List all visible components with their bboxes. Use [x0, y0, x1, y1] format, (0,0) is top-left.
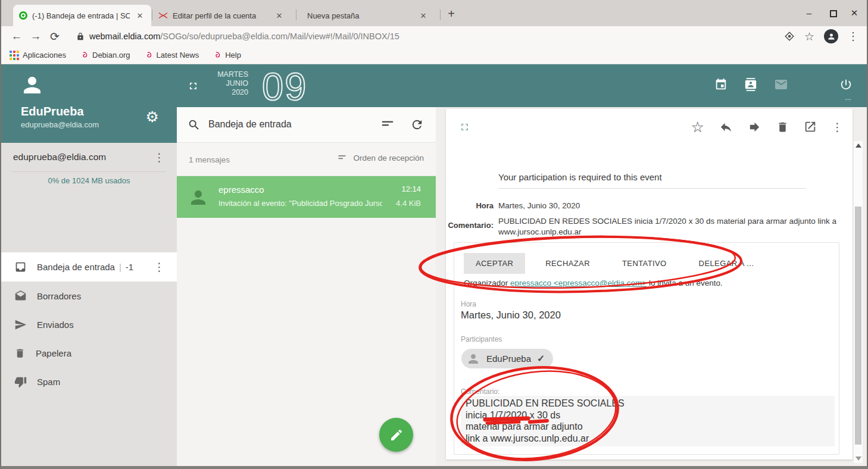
message-time: 12:14	[401, 185, 421, 193]
drafts-icon	[14, 290, 27, 302]
close-window-button[interactable]: ✕	[848, 7, 861, 20]
message-more-icon[interactable]: ⋮	[832, 120, 843, 134]
url-host: webmail.eldia.com	[89, 32, 160, 41]
tab-new[interactable]: Nueva pestaña ✕	[296, 5, 435, 26]
lock-icon	[76, 32, 85, 41]
trash-icon	[14, 347, 26, 359]
open-in-new-icon[interactable]	[804, 120, 817, 133]
scroll-down-arrow[interactable]	[855, 457, 861, 461]
message-card: ☆ ⋮ Your participation is required to th…	[446, 109, 853, 459]
date-block: MARTES JUNIO 2020	[201, 70, 248, 97]
delete-icon[interactable]	[776, 120, 789, 134]
refresh-icon[interactable]	[410, 118, 424, 132]
scrollbar-thumb[interactable]	[855, 207, 861, 445]
divider	[498, 188, 806, 189]
tab-edit-profile[interactable]: Editar perfil de la cuenta ✕	[152, 5, 291, 26]
toolbar-right: ☆ ⋮	[776, 29, 867, 43]
tab-close-icon[interactable]: ✕	[135, 11, 145, 20]
participant-chip[interactable]: EduPrueba ✓	[461, 349, 553, 368]
contacts-icon[interactable]	[744, 78, 757, 91]
comentario-line1: PUBLICIDAD EN REDES SOCIALES inicia 1/7/…	[498, 216, 836, 227]
profile-avatar-icon[interactable]	[824, 29, 838, 43]
search-scope-label: Bandeja de entrada	[208, 119, 292, 130]
reload-button[interactable]: ⟳	[45, 30, 64, 43]
expand-message-icon[interactable]	[459, 121, 470, 133]
bookmark-latest-news[interactable]: Latest News	[145, 51, 199, 60]
user-name: EduPrueba	[21, 105, 84, 118]
bookmark-label: Aplicaciones	[23, 51, 66, 60]
calendar-icon[interactable]	[714, 78, 728, 91]
tab-title: Editar perfil de la cuenta	[173, 11, 269, 20]
account-row[interactable]: eduprueba@eldia.com ⋮	[1, 143, 177, 171]
red-envelope-icon	[158, 11, 168, 20]
back-button[interactable]: ←	[7, 30, 26, 43]
sort-order-control[interactable]: Orden de recepción	[338, 154, 424, 162]
tab-close-icon[interactable]: ✕	[274, 11, 285, 20]
accept-button[interactable]: ACEPTAR	[464, 253, 525, 274]
search-row[interactable]: Bandeja de entrada	[177, 107, 436, 143]
logout-power-icon[interactable]	[839, 78, 853, 91]
debian-swirl-icon	[213, 51, 221, 60]
participant-name: EduPrueba	[486, 354, 531, 364]
logout-dots: …	[845, 94, 853, 101]
expand-list-icon[interactable]	[188, 80, 199, 92]
settings-gear-icon[interactable]: ⚙	[146, 108, 159, 126]
participation-banner: Your participation is required to this e…	[498, 172, 662, 182]
organizer-link[interactable]: epressacco <epressacco@eldia.com>	[510, 279, 647, 287]
sidebar-item-spam[interactable]: Spam	[1, 367, 177, 396]
message-row[interactable]: epressacco 12:14 Invitación al evento: "…	[177, 176, 436, 218]
extension-eye-icon[interactable]	[784, 31, 795, 42]
reply-icon[interactable]	[719, 120, 733, 134]
user-email: eduprueba@eldia.com	[21, 120, 99, 129]
account-menu-icon[interactable]: ⋮	[154, 151, 165, 164]
folder-menu-icon[interactable]: ⋮	[154, 260, 165, 274]
bookmark-help[interactable]: Help	[213, 51, 241, 60]
sidebar-header: EduPrueba eduprueba@eldia.com ⚙	[1, 64, 177, 143]
folder-label: Enviados	[37, 320, 74, 330]
sidebar-item-trash[interactable]: Papelera	[1, 339, 177, 367]
sidebar-item-inbox[interactable]: Bandeja de entrada | -1 ⋮	[1, 252, 177, 282]
compose-fab-button[interactable]	[379, 418, 413, 452]
bookmark-debian[interactable]: Debian.org	[80, 51, 130, 60]
tab-separator	[440, 10, 441, 20]
search-icon[interactable]	[188, 118, 201, 132]
bookmark-star-icon[interactable]: ☆	[804, 30, 814, 43]
tentative-button[interactable]: TENTATIVO	[610, 253, 679, 274]
new-tab-button[interactable]: +	[444, 7, 458, 21]
debian-swirl-icon	[145, 51, 153, 60]
bookmark-apps[interactable]: Aplicaciones	[10, 51, 66, 60]
folder-label: Bandeja de entrada	[37, 262, 115, 272]
invite-hora-label: Hora	[461, 300, 476, 308]
browser-menu-icon[interactable]: ⋮	[848, 30, 858, 43]
thumb-down-icon	[14, 376, 27, 388]
sidebar-item-sent[interactable]: Enviados	[1, 310, 177, 339]
forward-icon[interactable]	[748, 120, 761, 134]
sort-icon[interactable]	[381, 120, 394, 130]
hora-label: Hora	[446, 201, 494, 210]
invitation-card: ACEPTAR RECHAZAR TENTATIVO DELEGAR A ...…	[454, 242, 839, 455]
minimize-button[interactable]: –	[803, 7, 816, 20]
message-list-column: Bandeja de entrada 1 mensajes Orden de r…	[177, 107, 436, 466]
folder-label: Spam	[37, 377, 60, 387]
tab-close-icon[interactable]: ✕	[418, 11, 429, 20]
address-bar[interactable]: webmail.eldia.com/SOGo/so/eduprueba@eldi…	[68, 28, 776, 45]
maximize-button[interactable]	[830, 10, 837, 17]
vertical-scrollbar[interactable]	[853, 141, 863, 463]
organizer-line: Organizador epressacco <epressacco@eldia…	[464, 279, 723, 287]
bookmarks-bar: Aplicaciones Debian.org Latest News Help	[1, 46, 867, 64]
organizer-prefix: Organizador	[464, 279, 510, 287]
mail-icon[interactable]	[774, 77, 788, 92]
divider	[12, 171, 166, 172]
comentario-line2: www.jursoc.unlp.edu.ar	[498, 227, 582, 237]
sidebar-item-drafts[interactable]: Borradores	[1, 282, 177, 310]
inbox-icon	[14, 261, 27, 273]
flag-star-icon[interactable]: ☆	[691, 120, 704, 134]
delegate-button[interactable]: DELEGAR A ...	[687, 253, 766, 274]
message-sender: epressacco	[218, 185, 264, 195]
forward-button[interactable]: →	[26, 30, 45, 43]
scroll-up-arrow[interactable]	[855, 143, 861, 148]
decline-button[interactable]: RECHAZAR	[533, 253, 602, 274]
sender-avatar-icon	[188, 187, 209, 208]
comment-line: inicia 1/7/2020 x 30 ds	[466, 409, 830, 421]
tab-inbox[interactable]: (-1) Bandeja de entrada | SO ✕	[13, 5, 151, 26]
